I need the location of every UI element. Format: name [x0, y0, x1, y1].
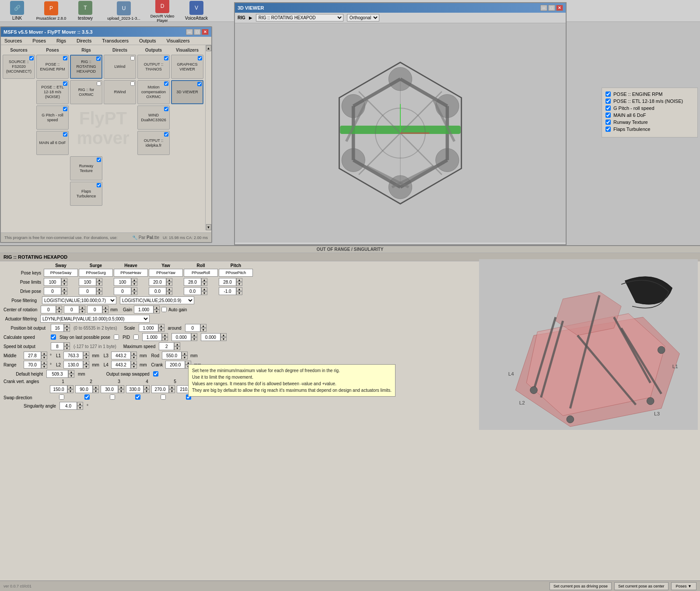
taskbar-item-prusaslicer[interactable]: P PrusaSlicer 2.8.0 [36, 1, 66, 21]
pid-d-input[interactable] [201, 333, 220, 341]
pose-keys-label: Pose keys [4, 271, 43, 275]
max-speed-input[interactable] [159, 342, 174, 350]
l3-input[interactable] [111, 352, 131, 359]
pose-key-pitch[interactable] [219, 269, 253, 277]
speed-bit-input[interactable] [51, 342, 64, 350]
swap-5[interactable] [161, 394, 166, 400]
pose-key-surge[interactable] [79, 269, 113, 277]
pid-i-input[interactable] [172, 333, 191, 341]
l1-input[interactable] [63, 352, 83, 359]
card-rig-rotating-hexapod[interactable]: RIG :: ROTATING HEXAPOD [70, 55, 102, 79]
taskbar-item-upload[interactable]: U upload_2023-1-3... [104, 1, 144, 21]
pose-filter2-select[interactable]: LOGISTIC(VALUE;25.000;0.9) [120, 296, 194, 304]
scale-input[interactable] [139, 324, 158, 332]
card-rig-flaps[interactable]: Flaps Turbulence [70, 182, 102, 206]
viewer-minimize[interactable]: ─ [540, 5, 547, 11]
card-pose-main6dof[interactable]: MAIN all 6 DoF [36, 131, 69, 155]
taskbar-item-voiceattack[interactable]: V VoiceAttack [181, 1, 212, 21]
position-bit-input[interactable] [51, 324, 64, 332]
card-direct-rwind[interactable]: RWind [104, 80, 136, 104]
card-vis-graphics[interactable]: GRAPHICS VIEWER [171, 55, 203, 79]
middle-input[interactable] [24, 352, 41, 359]
swap-3[interactable] [110, 394, 115, 400]
rod-input[interactable] [162, 352, 182, 359]
maximize-button[interactable]: □ [194, 29, 201, 35]
scroll-down[interactable]: ▼ [206, 224, 211, 230]
card-rig-runway[interactable]: Runway Texture [70, 156, 102, 180]
l2-input[interactable] [63, 361, 83, 369]
pid-checkbox[interactable] [133, 334, 139, 340]
viewer-view-select[interactable]: Orthogonal [347, 14, 379, 21]
check-runway-input[interactable] [606, 120, 611, 125]
card-pose-etl[interactable]: POSE :: ETL 12-18 m/s (NOISE) [36, 80, 69, 104]
swap-1[interactable] [59, 394, 64, 400]
pose-key-roll[interactable] [184, 269, 218, 277]
pid-p-input[interactable] [142, 333, 162, 341]
set-center-button[interactable]: Set current pose as center [614, 582, 668, 590]
actuator-filter-label: Actuator filtering [4, 317, 38, 321]
crank-angle-2[interactable] [75, 385, 93, 393]
crank-angle-1[interactable] [50, 385, 67, 393]
card-source-fs2020[interactable]: SOURCE :: FS2020 (MCONNECT) [3, 55, 35, 79]
menu-poses[interactable]: Poses [31, 37, 48, 44]
tooltip-line2: Use it to limit the rig movement. [192, 374, 392, 380]
calc-speed-label: Calculate speed [4, 335, 47, 340]
viewer-close[interactable]: ✕ [556, 5, 563, 11]
menu-transducers[interactable]: Transducers [100, 37, 130, 44]
card-output-wind[interactable]: WIND DualMC33926 [137, 106, 170, 130]
hexapod-3d-svg: L2 L1 L3 L4 [479, 259, 698, 430]
around-input[interactable] [185, 324, 200, 332]
close-button[interactable]: ✕ [202, 29, 209, 35]
menu-sources[interactable]: Sources [3, 37, 24, 44]
crank-angle-3[interactable] [101, 385, 118, 393]
card-pose-engine-rpm[interactable]: POSE :: ENGINE RPM [36, 55, 69, 79]
check-main6dof-input[interactable] [606, 113, 611, 118]
card-vis-3dviewer[interactable]: 3D VIEWER [171, 80, 203, 104]
crank-angle-4[interactable] [126, 385, 144, 393]
taskbar-item-deovr[interactable]: D DeoVR Video Player [147, 0, 178, 23]
check-flaps-input[interactable] [606, 127, 611, 132]
viewer-rig-select[interactable]: RIG :: ROTATING HEXAPOD [256, 14, 343, 21]
card-direct-lwind[interactable]: LWind [104, 55, 136, 79]
check-etl-input[interactable] [606, 98, 611, 104]
card-pose-gpitch[interactable]: G Pitch - roll speed [36, 106, 69, 130]
check-engine-rpm-input[interactable] [606, 91, 611, 97]
swap-2[interactable] [84, 394, 90, 400]
menu-directs[interactable]: Directs [75, 37, 93, 44]
poses-dropdown-button[interactable]: Poses ▼ [671, 582, 696, 590]
viewer-maximize[interactable]: □ [548, 5, 555, 11]
taskbar-item-link[interactable]: 🔗 LINK [2, 1, 32, 21]
auto-gain-checkbox[interactable] [161, 307, 167, 312]
calc-speed-checkbox[interactable] [51, 334, 56, 340]
menu-outputs[interactable]: Outputs [137, 37, 158, 44]
menu-visualizers[interactable]: Visualizers [164, 37, 191, 44]
range-input[interactable] [24, 361, 41, 369]
pose-key-yaw[interactable] [149, 269, 183, 277]
bottom-nav: ver 0.0.7 c0/c01 Set current pos as driv… [0, 580, 700, 591]
set-driving-pose-button[interactable]: Set current pos as driving pose [550, 582, 612, 590]
card-rig-oxrmc[interactable]: RIG :: for OXRMC [70, 80, 102, 104]
crank-input[interactable] [165, 361, 185, 369]
pose-filter1-select[interactable]: LOGISTIC(VALUE;100.000;0.7) [42, 296, 116, 304]
swap-4[interactable] [135, 394, 140, 400]
gain-input[interactable] [134, 306, 154, 313]
taskbar-item-testowy[interactable]: T testowy [70, 1, 101, 21]
menu-rigs[interactable]: Rigs [55, 37, 68, 44]
card-output-idelpka[interactable]: OUTPUT :: idelpka.fr [137, 131, 170, 155]
stay-last-checkbox[interactable] [114, 334, 119, 340]
card-output-motion-comp[interactable]: Motion compensation OXRMC [137, 80, 170, 104]
viewer-play-icon[interactable]: ▶ [249, 15, 252, 20]
pose-key-sway[interactable] [44, 269, 78, 277]
pose-key-heave[interactable] [114, 269, 148, 277]
output-swap-checkbox[interactable] [153, 371, 158, 376]
tooltip: Set here the minimum/maximum value for e… [188, 364, 396, 397]
actuator-filter-select[interactable]: LDYNLP(EMALP(VALUE;10.000);0.5;000) [40, 315, 150, 323]
card-output-thanos[interactable]: OUTPUT :: THANOS [137, 55, 170, 79]
scroll-up[interactable]: ▲ [206, 45, 211, 51]
minimize-button[interactable]: ─ [186, 29, 193, 35]
l4-input[interactable] [111, 361, 131, 369]
check-gpitch-input[interactable] [606, 106, 611, 111]
default-height-input[interactable] [46, 370, 68, 378]
singularity-input[interactable] [60, 402, 77, 410]
crank-angle-5[interactable] [151, 385, 169, 393]
